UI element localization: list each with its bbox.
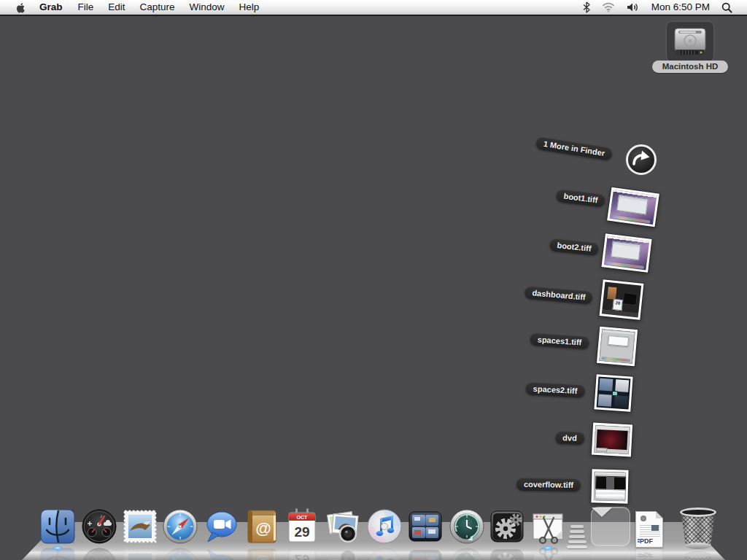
dock-icon-itunes[interactable]: [365, 508, 403, 545]
stack-item-label[interactable]: boot1.tiff: [556, 189, 606, 207]
spaces-grid-icon: [406, 508, 444, 545]
dock-icon-address-book[interactable]: @ @: [243, 508, 281, 545]
stack-item-thumbnail-spaces2[interactable]: [594, 374, 632, 411]
svg-text:29: 29: [294, 524, 309, 540]
menu-app-grab[interactable]: Grab: [31, 0, 71, 15]
dock-icon-finder[interactable]: [39, 508, 77, 545]
trash-basket-icon: [678, 506, 719, 550]
stack-item-label[interactable]: boot2.tiff: [549, 238, 599, 256]
time-machine-icon: [448, 508, 486, 545]
dock-icon-spaces[interactable]: [406, 508, 444, 545]
stack-item-thumbnail-boot2[interactable]: [601, 233, 651, 272]
volume-icon: [627, 2, 640, 12]
finder-arrow-icon: [624, 143, 658, 176]
dock-divider-icon: [570, 525, 584, 528]
pdf-text: PDF: [640, 537, 653, 545]
spotlight-search-icon: [721, 2, 732, 13]
bluetooth-menu-extra[interactable]: [577, 1, 596, 13]
running-indicator-grab: [542, 545, 554, 551]
dock-divider-icon: [567, 545, 587, 548]
dock-icon-time-machine[interactable]: [448, 508, 486, 545]
dock-divider-icon: [568, 540, 587, 543]
dock-icon-ichat[interactable]: [202, 508, 240, 545]
apple-menu[interactable]: [9, 1, 31, 14]
desktop: Grab File Edit Capture Window Help: [0, 0, 747, 560]
stack-item-thumbnail-spaces1[interactable]: [597, 327, 638, 366]
dock-icon-dashboard[interactable]: ♪ ♪: [80, 508, 118, 545]
apple-icon: [15, 1, 26, 14]
dock-open-stack-button[interactable]: [591, 507, 630, 546]
volume-menu-extra[interactable]: [621, 2, 646, 12]
dock-icon-trash[interactable]: [678, 506, 719, 550]
desktop-icon-macintosh-hd[interactable]: [666, 21, 714, 62]
wifi-icon: [602, 2, 615, 12]
grab-scissors-icon: [529, 508, 567, 545]
dock-icon-grab[interactable]: [529, 508, 567, 545]
menu-edit[interactable]: Edit: [101, 0, 132, 15]
safari-compass-icon: [161, 508, 199, 545]
stack-item-thumbnail-coverflow[interactable]: [591, 469, 628, 503]
svg-text:OCT: OCT: [297, 515, 309, 520]
dock-icon-mail[interactable]: [121, 508, 159, 545]
menu-file[interactable]: File: [71, 0, 101, 15]
stack-item-label[interactable]: coverflow.tiff: [516, 478, 581, 492]
menu-clock[interactable]: Mon 6:50 PM: [646, 0, 716, 15]
hard-drive-icon: [672, 25, 708, 58]
iphoto-icon: [324, 508, 362, 545]
dashboard-calendar-mini: 28: [612, 299, 622, 311]
stack-item-label[interactable]: spaces1.tiff: [530, 333, 589, 350]
dock-icon-ical[interactable]: OCT 29 OCT 29: [283, 508, 321, 545]
dock-icon-system-preferences[interactable]: [488, 508, 526, 545]
dock-icon-iphoto[interactable]: [324, 508, 362, 545]
menu-window[interactable]: Window: [182, 0, 232, 15]
pdf-document-icon: PDF: [635, 511, 663, 548]
open-stack-down-arrow-icon: [591, 507, 630, 546]
ical-calendar-icon: OCT 29: [283, 508, 321, 545]
stack-item-thumbnail-dashboard[interactable]: 28: [600, 279, 644, 320]
dashboard-icon: ♪: [80, 508, 118, 545]
stack-item-label[interactable]: dashboard.tiff: [525, 286, 593, 304]
dock-icon-safari[interactable]: [161, 508, 199, 545]
stack-overflow-label[interactable]: 1 More in Finder: [535, 136, 613, 160]
dock-divider-icon: [570, 530, 584, 533]
ichat-bubble-icon: [202, 508, 240, 545]
stack-item-label[interactable]: dvd: [555, 432, 584, 445]
mail-stamp-icon: [121, 508, 159, 545]
dock-divider-icon: [569, 535, 585, 538]
itunes-cd-icon: [365, 508, 403, 545]
bluetooth-icon: [583, 1, 590, 13]
svg-text:♪: ♪: [100, 513, 103, 518]
stack-item-label[interactable]: spaces2.tiff: [525, 382, 584, 397]
wifi-menu-extra[interactable]: [596, 2, 621, 12]
desktop-icon-label[interactable]: Macintosh HD: [652, 61, 728, 73]
stack-item-thumbnail-dvd[interactable]: [592, 423, 632, 457]
menu-help[interactable]: Help: [232, 0, 267, 15]
finder-icon: [39, 508, 77, 545]
spotlight-menu-extra[interactable]: [716, 2, 738, 13]
menu-capture[interactable]: Capture: [133, 0, 182, 15]
dock-icon-pdf-document[interactable]: PDF PDF: [635, 511, 663, 548]
menu-bar: Grab File Edit Capture Window Help: [0, 0, 747, 16]
running-indicator-finder: [52, 545, 63, 551]
stack-item-thumbnail-boot1[interactable]: [607, 187, 659, 228]
system-preferences-gear-icon: [488, 508, 526, 545]
address-book-icon: @: [243, 508, 281, 545]
stack-more-in-finder-button[interactable]: [624, 143, 658, 179]
svg-text:@: @: [255, 519, 271, 537]
